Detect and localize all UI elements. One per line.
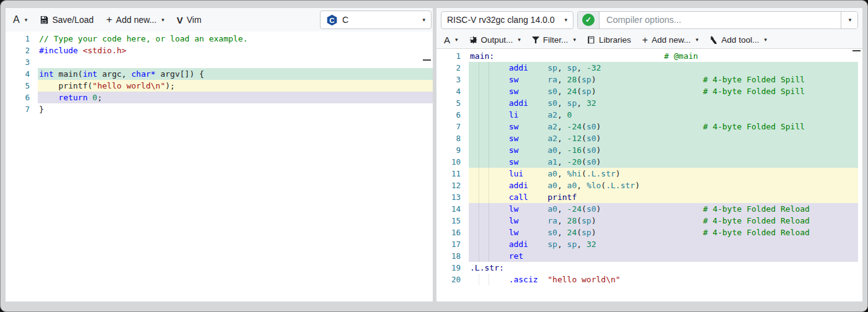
- compiler-output-pane: RISC-V rv32gc clang 14.0.0 ▾ ✓ ▾ A ▾: [436, 8, 862, 301]
- line-content[interactable]: .asciz "hello world\n": [469, 274, 858, 285]
- plus-icon: +: [642, 35, 648, 46]
- assembly-line[interactable]: 12 addi a0, a0, %lo(.L.str): [436, 180, 862, 191]
- line-content[interactable]: lw a0, -24(s0) # 4-byte Folded Reload: [469, 203, 858, 215]
- line-content[interactable]: sw a2, -12(s0): [469, 132, 858, 144]
- line-content[interactable]: addi a0, a0, %lo(.L.str): [469, 180, 858, 191]
- line-content[interactable]: li a2, 0: [469, 109, 858, 121]
- line-content[interactable]: ret: [469, 250, 858, 262]
- source-code-line[interactable]: 6 return 0;: [6, 92, 433, 103]
- line-number: 5: [6, 80, 38, 92]
- save-load-button[interactable]: Save/Load: [40, 15, 94, 25]
- line-content[interactable]: .L.str:: [469, 262, 858, 274]
- compile-success-icon: ✓: [582, 14, 595, 26]
- line-number: 9: [436, 144, 469, 156]
- line-content[interactable]: // Type your code here, or load an examp…: [38, 33, 433, 45]
- source-code-line[interactable]: 5 printf("hello world\n");: [6, 80, 433, 92]
- filter-funnel-icon: [532, 37, 539, 44]
- compiler-options-input[interactable]: [600, 12, 841, 28]
- save-icon: [40, 15, 48, 24]
- compiler-toolbar-top: RISC-V rv32gc clang 14.0.0 ▾ ✓ ▾: [436, 8, 862, 32]
- source-code-editor[interactable]: 1// Type your code here, or load an exam…: [6, 32, 433, 301]
- line-content[interactable]: main: # @main: [469, 50, 858, 62]
- caret-down-icon: ▾: [564, 17, 567, 23]
- line-number: 10: [436, 156, 469, 168]
- line-number: 4: [436, 85, 469, 97]
- source-code-line[interactable]: 2#include <stdio.h>: [6, 45, 433, 56]
- assembly-line[interactable]: 16 lw s0, 24(sp) # 4-byte Folded Reload: [436, 227, 862, 238]
- line-content[interactable]: addi sp, sp, -32: [469, 62, 858, 74]
- line-content[interactable]: call printf: [469, 191, 858, 203]
- options-dropdown-button[interactable]: ▾: [841, 12, 857, 28]
- line-content[interactable]: sw s0, 24(sp) # 4-byte Folded Spill: [469, 85, 858, 97]
- line-number: 18: [436, 250, 469, 262]
- language-select-value: C: [342, 15, 348, 25]
- assembly-line[interactable]: 6 li a2, 0: [436, 109, 862, 121]
- line-number: 7: [6, 103, 38, 115]
- font-size-button[interactable]: A ▾: [444, 35, 458, 45]
- line-content[interactable]: sw a1, -20(s0): [469, 156, 858, 168]
- line-content[interactable]: [38, 56, 433, 68]
- assembly-line[interactable]: 4 sw s0, 24(sp) # 4-byte Folded Spill: [436, 85, 862, 97]
- assembly-line[interactable]: 11 lui a0, %hi(.L.str): [436, 168, 862, 180]
- line-content[interactable]: lw s0, 24(sp) # 4-byte Folded Reload: [469, 227, 858, 238]
- line-content[interactable]: addi sp, sp, 32: [469, 238, 858, 250]
- vim-toggle-button[interactable]: V Vim: [177, 15, 202, 25]
- source-code-line[interactable]: 3: [6, 56, 433, 68]
- assembly-line[interactable]: 8 sw a2, -12(s0): [436, 132, 862, 144]
- assembly-line[interactable]: 15 lw ra, 28(sp) # 4-byte Folded Reload: [436, 215, 862, 227]
- line-content[interactable]: sw a0, -16(s0): [469, 144, 858, 156]
- assembly-line[interactable]: 1main: # @main: [436, 50, 862, 62]
- assembly-line[interactable]: 17 addi sp, sp, 32: [436, 238, 862, 250]
- line-content[interactable]: lui a0, %hi(.L.str): [469, 168, 858, 180]
- assembly-line[interactable]: 13 call printf: [436, 191, 862, 203]
- assembly-line[interactable]: 9 sw a0, -16(s0): [436, 144, 862, 156]
- line-content[interactable]: }: [38, 103, 433, 115]
- assembly-line[interactable]: 19.L.str:: [436, 262, 862, 274]
- plus-icon: +: [106, 14, 112, 26]
- book-icon: [587, 36, 595, 44]
- assembly-output-editor[interactable]: 1main: # @main2 addi sp, sp, -323 sw ra,…: [436, 49, 862, 301]
- line-content[interactable]: addi s0, sp, 32: [469, 97, 858, 109]
- language-select[interactable]: C C ▾: [320, 11, 432, 29]
- overview-ruler-mark: [852, 50, 861, 51]
- add-new-button[interactable]: + Add new... ▾: [642, 35, 699, 46]
- line-number: 3: [436, 74, 469, 85]
- line-content[interactable]: #include <stdio.h>: [38, 45, 433, 56]
- line-content[interactable]: return 0;: [38, 92, 433, 103]
- compiler-select[interactable]: RISC-V rv32gc clang 14.0.0 ▾: [441, 11, 574, 29]
- caret-down-icon: ▾: [696, 37, 699, 43]
- compile-status[interactable]: ✓: [578, 12, 600, 28]
- line-number: 19: [436, 262, 469, 274]
- line-content[interactable]: printf("hello world\n");: [38, 80, 433, 92]
- assembly-line[interactable]: 14 lw a0, -24(s0) # 4-byte Folded Reload: [436, 203, 862, 215]
- assembly-line[interactable]: 3 sw ra, 28(sp) # 4-byte Folded Spill: [436, 74, 862, 85]
- line-content[interactable]: sw ra, 28(sp) # 4-byte Folded Spill: [469, 74, 858, 85]
- filter-button[interactable]: Filter... ▾: [532, 35, 576, 45]
- assembly-line[interactable]: 20 .asciz "hello world\n": [436, 274, 862, 285]
- add-tool-button[interactable]: Add tool... ▾: [710, 35, 767, 45]
- assembly-line[interactable]: 10 sw a1, -20(s0): [436, 156, 862, 168]
- output-button[interactable]: Output... ▾: [469, 35, 521, 45]
- libraries-button[interactable]: Libraries: [587, 35, 631, 45]
- line-number: 8: [436, 132, 469, 144]
- assembly-line[interactable]: 7 sw a2, -24(s0) # 4-byte Folded Spill: [436, 121, 862, 132]
- line-content[interactable]: sw a2, -24(s0) # 4-byte Folded Spill: [469, 121, 858, 132]
- font-size-button[interactable]: A ▾: [13, 14, 27, 25]
- line-content[interactable]: lw ra, 28(sp) # 4-byte Folded Reload: [469, 215, 858, 227]
- line-number: 16: [436, 227, 469, 238]
- source-toolbar: A ▾ Save/Load + Add new... ▾ V Vim C: [6, 8, 433, 32]
- line-number: 3: [6, 56, 38, 68]
- font-size-icon: A: [444, 35, 450, 45]
- line-number: 11: [436, 168, 469, 180]
- line-content[interactable]: int main(int argc, char* argv[]) {: [38, 68, 433, 80]
- assembly-line[interactable]: 5 addi s0, sp, 32: [436, 97, 862, 109]
- source-code-line[interactable]: 7}: [6, 103, 433, 115]
- source-code-line[interactable]: 4int main(int argc, char* argv[]) {: [6, 68, 433, 80]
- assembly-line[interactable]: 18 ret: [436, 250, 862, 262]
- add-new-button[interactable]: + Add new... ▾: [106, 14, 164, 26]
- source-code-line[interactable]: 1// Type your code here, or load an exam…: [6, 33, 433, 45]
- vim-label: Vim: [187, 15, 202, 25]
- filter-label: Filter...: [543, 35, 569, 45]
- add-new-label: Add new...: [116, 15, 156, 25]
- assembly-line[interactable]: 2 addi sp, sp, -32: [436, 62, 862, 74]
